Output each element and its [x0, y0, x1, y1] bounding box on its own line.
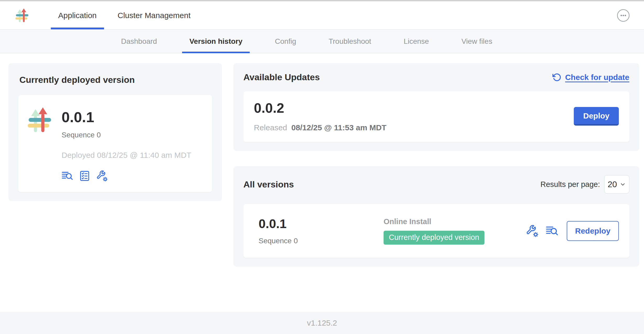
right-column: Available Updates Check for update 0.0.2	[233, 63, 639, 267]
subnav-label-view-files: View files	[461, 37, 492, 46]
check-for-update-label: Check for update	[565, 73, 629, 82]
current-version-actions	[62, 170, 191, 182]
subnav-item-troubleshoot[interactable]: Troubleshoot	[312, 30, 387, 53]
logs-icon[interactable]	[62, 170, 73, 182]
navbar: Application Cluster Management	[0, 1, 644, 30]
available-updates-header: Available Updates Check for update	[243, 72, 629, 82]
update-details: 0.0.2 Released 08/12/25 @ 11:53 am MDT	[254, 100, 386, 132]
current-version-number: 0.0.1	[62, 109, 191, 126]
current-version-sequence: Sequence 0	[62, 131, 191, 139]
results-per-page-select[interactable]: 20	[604, 175, 629, 193]
subnav-label-license: License	[404, 37, 429, 46]
version-row-details: 0.0.1 Sequence 0	[254, 217, 384, 245]
version-row-actions: Redeploy	[526, 221, 619, 241]
subnav-item-license[interactable]: License	[388, 30, 445, 53]
currently-deployed-badge: Currently deployed version	[384, 231, 484, 245]
overflow-menu-button[interactable]	[617, 9, 630, 22]
navbar-right	[617, 9, 630, 22]
subnav-item-config[interactable]: Config	[259, 30, 312, 53]
currently-deployed-card: Currently deployed version 0.0.1 Sequenc…	[8, 63, 222, 201]
current-version-details: 0.0.1 Sequence 0 Deployed 08/12/25 @ 11:…	[62, 105, 191, 182]
released-date: 08/12/25 @ 11:53 am MDT	[291, 123, 386, 132]
results-per-page-label: Results per page:	[541, 180, 600, 189]
config-icon[interactable]	[96, 170, 108, 182]
main-content: Currently deployed version 0.0.1 Sequenc…	[0, 53, 644, 267]
check-for-update-link[interactable]: Check for update	[552, 73, 629, 82]
tab-application-label: Application	[58, 11, 97, 20]
all-versions-title: All versions	[243, 179, 294, 190]
currently-deployed-version-card: 0.0.1 Sequence 0 Deployed 08/12/25 @ 11:…	[18, 95, 212, 192]
chevron-down-icon	[620, 181, 626, 187]
preflight-checks-icon[interactable]	[79, 170, 90, 182]
app-tabs: Application Cluster Management	[48, 1, 201, 29]
all-versions-card: All versions Results per page: 20	[233, 166, 639, 267]
subnav-label-config: Config	[275, 37, 296, 46]
update-released-timestamp: Released 08/12/25 @ 11:53 am MDT	[254, 123, 386, 132]
version-row-sequence: Sequence 0	[259, 237, 384, 245]
subnav-label-dashboard: Dashboard	[121, 37, 157, 46]
version-row: 0.0.1 Sequence 0 Online Install Currentl…	[243, 204, 629, 258]
available-updates-card: Available Updates Check for update 0.0.2	[233, 63, 639, 151]
config-icon[interactable]	[526, 225, 538, 237]
tab-cluster-management[interactable]: Cluster Management	[107, 1, 201, 29]
console-version-label: v1.125.2	[307, 319, 337, 327]
subnav-item-view-files[interactable]: View files	[445, 30, 509, 53]
available-updates-title: Available Updates	[243, 72, 320, 82]
deploy-button[interactable]: Deploy	[574, 107, 619, 126]
released-label: Released	[254, 123, 287, 132]
available-update-row: 0.0.2 Released 08/12/25 @ 11:53 am MDT D…	[243, 91, 629, 142]
tab-application[interactable]: Application	[48, 1, 107, 29]
redeploy-button[interactable]: Redeploy	[567, 221, 619, 241]
install-type-label: Online Install	[384, 217, 526, 226]
version-row-status: Online Install Currently deployed versio…	[384, 217, 526, 245]
footer: v1.125.2	[0, 312, 644, 334]
app-logo-icon	[27, 106, 55, 134]
subnav-label-troubleshoot: Troubleshoot	[329, 37, 371, 46]
app-logo-icon	[15, 8, 30, 23]
subnav: Dashboard Version history Config Trouble…	[0, 30, 644, 53]
results-per-page: Results per page: 20	[541, 175, 629, 193]
all-versions-header: All versions Results per page: 20	[243, 175, 629, 193]
refresh-icon	[552, 73, 561, 82]
current-version-deployed-timestamp: Deployed 08/12/25 @ 11:40 am MDT	[62, 151, 191, 160]
subnav-item-dashboard[interactable]: Dashboard	[105, 30, 173, 53]
ellipsis-circle-icon	[617, 9, 630, 22]
subnav-item-version-history[interactable]: Version history	[173, 30, 259, 53]
subnav-label-version-history: Version history	[189, 37, 242, 46]
version-row-number: 0.0.1	[259, 217, 384, 231]
results-per-page-value: 20	[608, 180, 617, 189]
tab-cluster-management-label: Cluster Management	[118, 11, 190, 20]
currently-deployed-title: Currently deployed version	[19, 75, 212, 85]
update-version-number: 0.0.2	[254, 100, 386, 116]
logs-icon[interactable]	[546, 225, 558, 237]
